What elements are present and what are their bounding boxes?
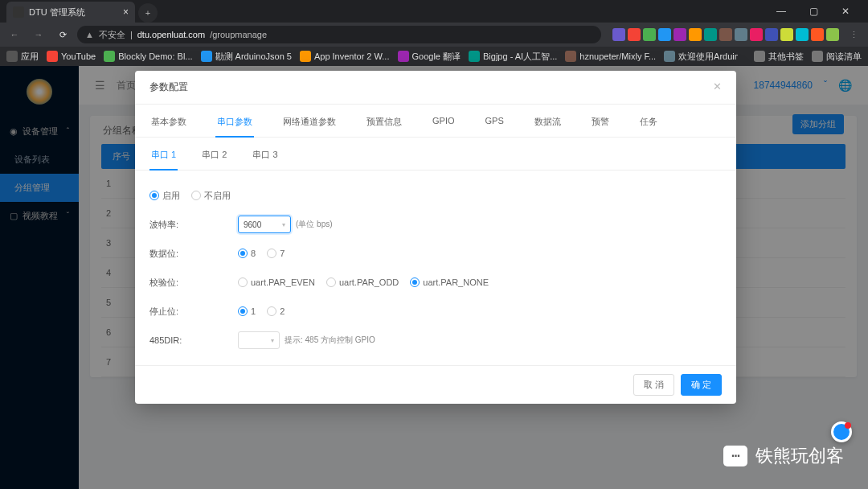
radio-parity-none[interactable]: uart.PAR_NONE [410, 277, 489, 287]
hamburger-icon[interactable]: ☰ [95, 79, 105, 92]
radio-stop-2[interactable]: 2 [267, 306, 285, 316]
modal-tab[interactable]: 网络通道参数 [281, 111, 338, 137]
modal-subtab[interactable]: 串口 1 [149, 144, 178, 171]
watermark: 铁熊玩创客 [723, 444, 844, 468]
logo[interactable] [0, 66, 79, 117]
favicon [565, 51, 576, 62]
modal-tab[interactable]: 数据流 [533, 111, 563, 137]
new-tab-button[interactable]: + [138, 3, 158, 23]
tab-close-icon[interactable]: × [123, 6, 129, 18]
ext-icon[interactable] [780, 28, 793, 41]
modal-footer: 取 消 确 定 [135, 365, 736, 404]
ok-button[interactable]: 确 定 [681, 374, 722, 396]
radio-parity-even[interactable]: uart.PAR_EVEN [238, 277, 315, 287]
baud-select[interactable]: 9600▾ [238, 216, 291, 233]
dir485-hint: 提示: 485 方向控制 GPIO [285, 335, 375, 346]
user-chevron-icon[interactable]: ˇ [824, 80, 827, 91]
caret-icon: ▾ [282, 221, 285, 228]
url-domain: dtu.openluat.com [137, 30, 205, 39]
ext-icon[interactable] [750, 28, 763, 41]
folder-icon [754, 51, 765, 62]
sidebar: ◉设备管理ˆ 设备列表 分组管理 ▢视频教程ˇ [0, 66, 79, 489]
row-stopbits: 停止位: 1 2 [149, 299, 722, 323]
browser-tab[interactable]: DTU 管理系统 × [6, 2, 135, 23]
extension-icons [612, 28, 839, 41]
radio-parity-odd[interactable]: uart.PAR_ODD [326, 277, 399, 287]
modal-subtab[interactable]: 串口 2 [200, 144, 228, 170]
bookmark-other[interactable]: 其他书签 [754, 51, 804, 63]
modal-tab[interactable]: GPS [484, 111, 506, 137]
sidebar-device-mgmt[interactable]: ◉设备管理ˆ [0, 117, 79, 146]
ext-icon[interactable] [689, 28, 702, 41]
modal-header: 参数配置 ✕ [135, 71, 736, 105]
list-icon [812, 51, 823, 62]
help-fab[interactable] [831, 421, 852, 442]
ext-icon[interactable] [719, 28, 732, 41]
sidebar-group-mgmt[interactable]: 分组管理 [0, 174, 79, 202]
bookmark-item[interactable]: 欢迎使用Arduino I... [664, 51, 738, 63]
row-baud: 波特率: 9600▾ (单位 bps) [149, 212, 722, 236]
row-enable: 启用 不启用 [149, 183, 722, 208]
ext-icon[interactable] [826, 28, 839, 41]
modal-close-icon[interactable]: ✕ [713, 80, 722, 94]
favicon [47, 51, 58, 62]
ext-icon[interactable] [735, 28, 747, 41]
radio-databits-8[interactable]: 8 [238, 249, 256, 258]
modal-tab[interactable]: 预置信息 [365, 111, 403, 137]
radio-enable[interactable]: 启用 [149, 190, 180, 202]
language-icon[interactable]: 🌐 [838, 79, 852, 92]
modal-tab[interactable]: 预警 [590, 111, 611, 137]
favicon [469, 51, 480, 62]
window-minimize[interactable]: — [765, 0, 797, 23]
favicon [104, 51, 115, 62]
ext-icon[interactable] [796, 28, 809, 41]
breadcrumb-home[interactable]: 首页 [117, 79, 136, 92]
ext-icon[interactable] [612, 28, 625, 41]
tab-favicon [13, 6, 24, 18]
wechat-icon [723, 446, 747, 466]
ext-icon[interactable] [643, 28, 656, 41]
apps-button[interactable]: 应用 [6, 51, 39, 63]
modal-tab[interactable]: GPIO [431, 111, 457, 137]
ext-icon[interactable] [765, 28, 778, 41]
address-bar[interactable]: ▲ 不安全 | dtu.openluat.com/groupmanage [77, 26, 601, 43]
nav-back-icon[interactable]: ← [5, 30, 24, 39]
add-group-button[interactable]: 添加分组 [792, 114, 844, 134]
modal-subtab[interactable]: 串口 3 [251, 144, 279, 170]
param-config-modal: 参数配置 ✕ 基本参数串口参数网络通道参数预置信息GPIOGPS数据流预警任务 … [135, 71, 736, 404]
bookmark-item[interactable]: 勘测 ArduinoJson 5 [201, 51, 292, 63]
user-phone[interactable]: 18744944860 [754, 80, 813, 91]
reading-list[interactable]: 阅读清单 [812, 51, 862, 63]
nav-reload-icon[interactable]: ⟳ [53, 30, 72, 40]
bookmark-item[interactable]: Bigjpg - AI人工智... [469, 51, 557, 63]
modal-tab[interactable]: 串口参数 [215, 111, 254, 138]
browser-chrome: DTU 管理系统 × + — ▢ ✕ ← → ⟳ ▲ 不安全 | dtu.ope… [0, 0, 868, 66]
bookmark-item[interactable]: Blockly Demo: Bl... [104, 51, 192, 63]
nav-forward-icon: → [29, 30, 48, 39]
apps-icon [6, 51, 18, 62]
ext-icon[interactable] [628, 28, 641, 41]
ext-icon[interactable] [704, 28, 717, 41]
radio-databits-7[interactable]: 7 [267, 249, 285, 258]
favicon [300, 51, 311, 62]
ext-icon[interactable] [658, 28, 671, 41]
ext-icon[interactable] [811, 28, 824, 41]
modal-tab[interactable]: 任务 [638, 111, 659, 137]
window-close[interactable]: ✕ [829, 0, 862, 23]
ext-icon[interactable] [674, 28, 686, 41]
bookmark-item[interactable]: Google 翻译 [398, 51, 461, 63]
favicon [398, 51, 409, 62]
dir485-select[interactable]: ▾ [238, 331, 280, 349]
bookmark-item[interactable]: YouTube [47, 51, 96, 63]
window-maximize[interactable]: ▢ [797, 0, 829, 23]
radio-disable[interactable]: 不启用 [191, 190, 231, 202]
modal-title: 参数配置 [149, 80, 188, 94]
bookmark-item[interactable]: App Inventor 2 W... [300, 51, 390, 63]
modal-tab[interactable]: 基本参数 [149, 111, 188, 137]
radio-stop-1[interactable]: 1 [238, 306, 256, 316]
browser-menu-icon[interactable]: ⋮ [844, 30, 863, 40]
sidebar-device-list[interactable]: 设备列表 [0, 146, 79, 174]
bookmark-item[interactable]: hznupeter/Mixly F... [565, 51, 656, 63]
sidebar-video-tutorial[interactable]: ▢视频教程ˇ [0, 202, 79, 230]
cancel-button[interactable]: 取 消 [633, 374, 674, 396]
